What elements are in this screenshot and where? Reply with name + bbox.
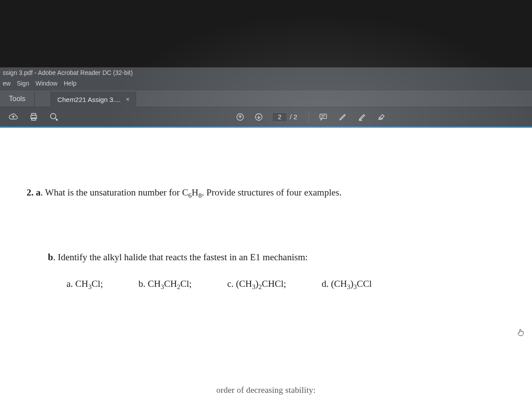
option-b: b. CH3CH2Cl; [138, 277, 192, 293]
page-indicator: / 2 [272, 112, 297, 122]
svg-point-3 [51, 113, 56, 119]
question-2a: 2. a. What is the unsaturation number fo… [27, 185, 505, 201]
svg-rect-2 [31, 117, 35, 120]
tab-label: Chem221 Assign 3.... [57, 96, 121, 103]
highlight-icon[interactable] [357, 112, 368, 122]
menu-help[interactable]: Help [64, 80, 77, 90]
toolbar: / 2 [0, 107, 532, 128]
menu-sign[interactable]: Sign [17, 80, 29, 90]
window-title: ssign 3.pdf - Adobe Acrobat Reader DC (3… [0, 67, 532, 79]
page-down-icon[interactable] [254, 112, 264, 122]
tab-bar: Tools Chem221 Assign 3.... × [0, 90, 532, 107]
pen-icon[interactable] [337, 112, 348, 122]
page-up-icon[interactable] [235, 112, 246, 122]
svg-point-5 [56, 119, 57, 120]
question-number: 2. a [27, 187, 41, 198]
toolbar-divider [309, 111, 309, 123]
cutoff-text: order of decreasing stability: [216, 383, 316, 396]
option-c: c. (CH3)2CHCl; [227, 277, 286, 293]
print-icon[interactable] [28, 112, 39, 122]
option-d: d. (CH3)3CCl [321, 277, 372, 293]
menu-window[interactable]: Window [35, 80, 58, 90]
document-viewport[interactable]: 2. a. What is the unsaturation number fo… [0, 128, 532, 399]
svg-rect-8 [320, 114, 327, 118]
save-cloud-icon[interactable] [8, 112, 19, 122]
comment-icon[interactable] [318, 112, 329, 122]
menubar: ew Sign Window Help [0, 79, 532, 90]
question-2b: b. Identify the alkyl halide that reacts… [48, 250, 505, 265]
close-icon[interactable]: × [126, 96, 129, 103]
sign-icon[interactable] [376, 112, 387, 122]
svg-rect-1 [31, 113, 35, 115]
menu-view[interactable]: ew [3, 80, 11, 90]
option-a: a. CH3Cl; [66, 277, 103, 293]
answer-options: a. CH3Cl; b. CH3CH2Cl; c. (CH3)2CHCl; d.… [66, 277, 505, 293]
pdf-page: 2. a. What is the unsaturation number fo… [0, 128, 532, 399]
app-window: ssign 3.pdf - Adobe Acrobat Reader DC (3… [0, 67, 532, 128]
page-number-input[interactable] [272, 112, 287, 122]
search-icon[interactable] [49, 112, 59, 122]
tab-tools[interactable]: Tools [0, 90, 35, 107]
hand-cursor-icon [516, 327, 526, 337]
page-total: / 2 [290, 113, 297, 121]
tab-document-active[interactable]: Chem221 Assign 3.... × [51, 91, 136, 107]
